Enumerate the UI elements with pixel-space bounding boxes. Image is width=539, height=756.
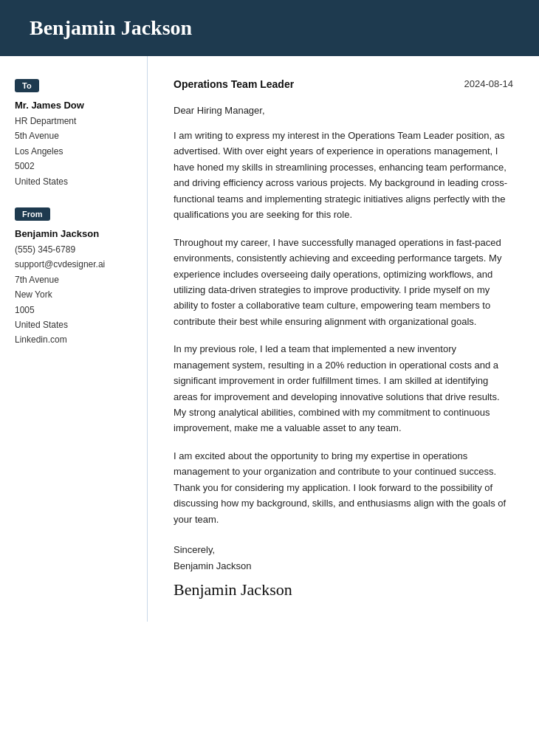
closing-word: Sincerely, <box>174 542 513 558</box>
from-badge: From <box>15 207 50 221</box>
to-badge: To <box>15 79 39 92</box>
letter-greeting: Dear Hiring Manager, <box>174 105 513 116</box>
recipient-street: 5th Avenue <box>15 128 132 143</box>
sidebar: To Mr. James Dow HR Department 5th Avenu… <box>0 56 148 622</box>
sender-city: New York <box>15 287 132 302</box>
sender-email: support@cvdesigner.ai <box>15 257 132 272</box>
page: Benjamin Jackson To Mr. James Dow HR Dep… <box>0 0 539 756</box>
sender-name: Benjamin Jackson <box>15 228 132 239</box>
to-section: To Mr. James Dow HR Department 5th Avenu… <box>15 78 132 189</box>
letter-paragraph-3: In my previous role, I led a team that i… <box>174 341 513 436</box>
sender-phone: (555) 345-6789 <box>15 242 132 257</box>
sender-zip: 1005 <box>15 303 132 317</box>
header: Benjamin Jackson <box>0 0 539 56</box>
letter-date: 2024-08-14 <box>464 78 514 89</box>
sender-website: Linkedin.com <box>15 332 132 347</box>
from-section: From Benjamin Jackson (555) 345-6789 sup… <box>15 207 132 348</box>
recipient-country: United States <box>15 174 132 189</box>
letter-signature: Benjamin Jackson <box>174 580 513 599</box>
letter-closing: Sincerely, Benjamin Jackson <box>174 542 513 574</box>
closing-name: Benjamin Jackson <box>174 558 513 574</box>
letter-paragraph-1: I am writing to express my interest in t… <box>174 128 513 223</box>
letter-paragraph-2: Throughout my career, I have successfull… <box>174 235 513 330</box>
recipient-zip: 5002 <box>15 159 132 173</box>
recipient-city: Los Angeles <box>15 144 132 159</box>
sender-country: United States <box>15 317 132 332</box>
recipient-department: HR Department <box>15 114 132 128</box>
letter-paragraph-4: I am excited about the opportunity to br… <box>174 448 513 527</box>
letter-main: Operations Team Leader 2024-08-14 Dear H… <box>148 56 539 622</box>
header-name: Benjamin Jackson <box>30 16 192 39</box>
letter-header-row: Operations Team Leader 2024-08-14 <box>174 78 513 90</box>
recipient-name: Mr. James Dow <box>15 100 132 111</box>
letter-position: Operations Team Leader <box>174 78 294 90</box>
content-area: To Mr. James Dow HR Department 5th Avenu… <box>0 56 539 622</box>
sender-street: 7th Avenue <box>15 272 132 287</box>
